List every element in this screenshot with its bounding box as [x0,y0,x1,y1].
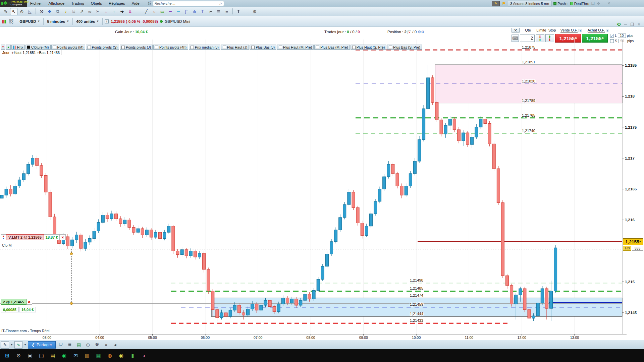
indicator-checkbox[interactable] [316,46,319,49]
tab-points-pivots-m-[interactable]: Points pivots (M) [51,45,85,50]
limit-order-marker[interactable]: ▲▼ V:LMT 2 @ 1,21565 18,87 € ✖ [1,234,66,240]
indicator-checkbox[interactable] [251,46,255,49]
tab-points-pivots-4h-[interactable]: Points pivots (4h) [153,45,188,50]
purple-line-icon[interactable]: ━ [167,8,174,15]
task-view-icon[interactable]: ▣ [25,351,35,360]
tools-icon[interactable]: ⚒ [38,8,45,15]
prorealtime-app-icon[interactable]: ◖ [140,351,149,360]
bracket-icon[interactable]: ⌐ [207,8,214,15]
settings-palette-icon[interactable]: ⚙ [251,8,258,15]
menu-reglages[interactable]: Réglages [105,1,128,5]
alert-bell-icon[interactable]: ♪ [62,8,69,15]
instrument-info-icon[interactable]: i [105,19,109,23]
arrow-right-icon[interactable]: ➔ [118,8,126,15]
tab-plus-haut-m-pre-[interactable]: Plus Haut (M, Pré) [277,45,314,50]
buy-info-icon[interactable]: i [606,29,609,32]
app-white-icon[interactable]: ▢ [37,351,46,360]
comments-icon[interactable]: 🗩 [57,341,65,349]
close-position-icon[interactable]: ✕ [408,31,411,34]
spotify-icon[interactable]: ◉ [60,351,69,360]
timeframe-dropdown[interactable]: 5 minutes▼ [46,19,70,23]
tab-plus-bas-j-[interactable]: Plus Bas (J) [250,45,276,50]
indicator-checkbox[interactable] [191,46,194,49]
levels-icon[interactable]: ≣ [215,8,222,15]
indicator-checkbox[interactable] [352,46,356,49]
arrow-down-icon[interactable]: ↓ [102,8,110,15]
excel-icon[interactable]: ▦ [94,351,103,360]
indicator-move-down-button[interactable]: ▼ [1,45,5,50]
arrow-up-icon[interactable]: ↑ [110,8,118,15]
push-status[interactable]: Push+ [553,1,568,6]
indicator-checkbox[interactable] [121,46,125,49]
mail-icon[interactable]: ✉ [71,351,80,360]
search-icon[interactable]: ⊙ [14,351,23,360]
fibonacci-icon[interactable]: Ƒ [183,8,190,15]
tab-points-pivots-j-[interactable]: Points pivots (J) [120,45,153,50]
segment-icon[interactable]: ∞ [86,8,94,15]
ellipse-icon[interactable]: ○ [151,8,158,15]
tools-settings-icon[interactable]: ⚒ [93,341,101,349]
menu-trading[interactable]: Trading [68,1,88,5]
menu-objets[interactable]: Objets [88,1,105,5]
file-explorer-icon[interactable]: ▤ [48,351,57,360]
order-move-icon[interactable]: ▲▼ [1,234,6,240]
limit-order-label[interactable]: V:LMT 2 @ 1,21565 [6,234,44,240]
zoom-icon[interactable]: ⊙ [18,8,25,15]
indicator-checkbox[interactable] [155,46,158,49]
indicator-checkbox[interactable] [223,46,226,49]
float-window-icon[interactable]: ❏ [591,1,595,6]
trend-arrow-icon[interactable]: ↗ [78,8,86,15]
position-marker[interactable]: 2 @ 1,21465 ✖ [1,299,32,305]
ruler-icon[interactable]: ◺ [26,8,34,15]
indicator-checkbox[interactable] [389,46,392,49]
folder2-icon[interactable]: ▥ [83,351,92,360]
minimize-workspace-icon[interactable]: ─ [602,2,605,6]
move-icon[interactable]: ✥ [46,8,53,15]
position-settings-icon[interactable]: ⚙⚙ [418,30,424,34]
horizontal-line-icon[interactable]: ― [135,8,142,15]
sell-info-icon[interactable]: i [579,29,582,32]
order-settings-icon[interactable]: ⚒ [512,28,520,33]
pin-icon[interactable]: ✛ [597,1,600,6]
draw-mode-icon[interactable]: ✎ [1,341,9,349]
price-chart[interactable]: 03:0004:0005:0006:0007:0008:0009:0010:00… [0,40,644,340]
cursor-icon[interactable]: ↖ [10,8,17,15]
search-box[interactable]: ⌕ [153,1,224,6]
link-chain-icon[interactable]: ⛓ [148,1,152,6]
symbol-dropdown[interactable]: GBPUSD▼ [18,19,41,23]
tab-plus-haut-j-[interactable]: Plus Haut (J) [221,45,249,50]
close-workspace-icon[interactable]: ✕ [607,1,610,6]
share-button[interactable]: ❮ Partager [28,341,56,349]
menu-affichage[interactable]: Affichage [45,1,68,5]
pencil-icon[interactable]: ✎ [2,8,9,15]
search-icon[interactable]: ⌕ [219,0,222,6]
position-label[interactable]: 2 @ 1,21465 [1,299,26,305]
drag-handle-dot[interactable] [70,302,73,305]
limit-checkbox[interactable]: ✓ [610,34,614,38]
indicator-checkbox[interactable] [53,46,56,49]
tab-clo-ture-m-[interactable]: Clôture (M) [25,45,51,50]
dealthru-status[interactable]: DealThru [570,1,589,6]
indicator-checkbox[interactable] [279,46,282,49]
history-chart-icon[interactable]: ◴ [84,341,92,349]
drag-handle-dot[interactable] [70,252,73,255]
orderbook-icon[interactable]: ▤ [75,341,83,349]
cancel-order-icon[interactable]: ✖ [60,234,65,240]
tab-points-pivots-s-[interactable]: Points pivots (S) [86,45,119,50]
tab-plus-bas-m-pre-[interactable]: Plus Bas (M, Pré) [314,45,350,50]
edit-pencil-icon[interactable]: ✎ [492,1,500,6]
close-window-icon[interactable]: ✕ [637,22,641,27]
units-dropdown[interactable]: 400 unités▼ [75,19,100,23]
chart-type-icon[interactable]: ∿ [14,341,22,349]
limit-pips-input[interactable]: 10 [618,34,626,38]
windows-start-icon[interactable]: ⊞ [3,351,12,360]
app-media-icon[interactable]: ▮ [128,351,137,360]
search-input[interactable] [155,1,215,5]
minimize-window-icon[interactable]: ─ [624,22,627,27]
oblique-line-icon[interactable]: ╱ [143,8,150,15]
menu-aide[interactable]: Aide [128,1,143,5]
draw-mode-caret[interactable]: ▼ [10,341,13,349]
workspace-button[interactable]: 3 écrans 8 indices 5 mn [508,1,551,6]
text2-icon[interactable]: T [235,8,242,15]
scroll-left-icon[interactable]: ◀ [111,341,119,349]
